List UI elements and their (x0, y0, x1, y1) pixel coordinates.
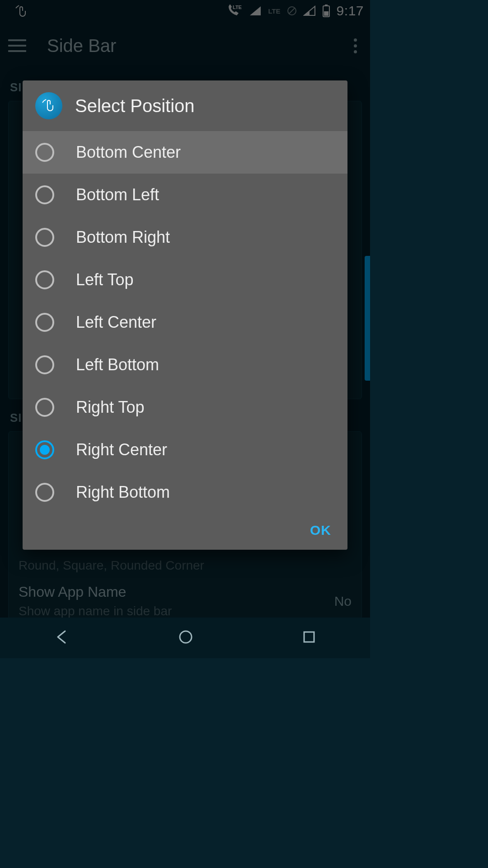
svg-rect-7 (304, 632, 314, 642)
position-option[interactable]: Left Center (23, 301, 347, 344)
ok-button[interactable]: OK (310, 523, 331, 538)
dialog-actions: OK (23, 514, 347, 550)
radio-icon (35, 228, 54, 247)
position-option[interactable]: Bottom Right (23, 216, 347, 259)
radio-icon (35, 355, 54, 374)
position-option-label: Bottom Center (76, 143, 181, 162)
position-option-label: Right Bottom (76, 483, 170, 502)
recents-button[interactable] (302, 630, 316, 646)
position-option-label: Left Top (76, 270, 133, 289)
home-button[interactable] (178, 629, 193, 646)
select-position-dialog: Select Position Bottom CenterBottom Left… (23, 80, 347, 550)
radio-icon (35, 398, 54, 417)
dialog-title: Select Position (75, 96, 195, 116)
position-option[interactable]: Left Top (23, 259, 347, 301)
radio-icon (35, 313, 54, 332)
radio-icon (35, 185, 54, 204)
position-option-label: Right Center (76, 440, 167, 459)
back-button[interactable] (54, 629, 70, 646)
position-option-label: Bottom Left (76, 185, 159, 204)
position-option[interactable]: Right Bottom (23, 471, 347, 514)
radio-icon (35, 270, 54, 289)
position-option[interactable]: Right Center (23, 429, 347, 471)
position-option-label: Left Center (76, 313, 156, 332)
app-logo-icon (35, 92, 62, 119)
dialog-options-list: Bottom CenterBottom LeftBottom RightLeft… (23, 131, 347, 514)
position-option[interactable]: Bottom Left (23, 174, 347, 216)
position-option[interactable]: Right Top (23, 386, 347, 429)
position-option-label: Right Top (76, 398, 144, 417)
svg-point-6 (180, 631, 192, 643)
radio-icon (35, 440, 54, 459)
position-option-label: Left Bottom (76, 355, 159, 374)
position-option[interactable]: Bottom Center (23, 131, 347, 174)
position-option[interactable]: Left Bottom (23, 344, 347, 386)
radio-icon (35, 143, 54, 162)
radio-icon (35, 483, 54, 502)
navigation-bar (0, 618, 370, 658)
position-option-label: Bottom Right (76, 228, 170, 247)
dialog-header: Select Position (23, 80, 347, 131)
